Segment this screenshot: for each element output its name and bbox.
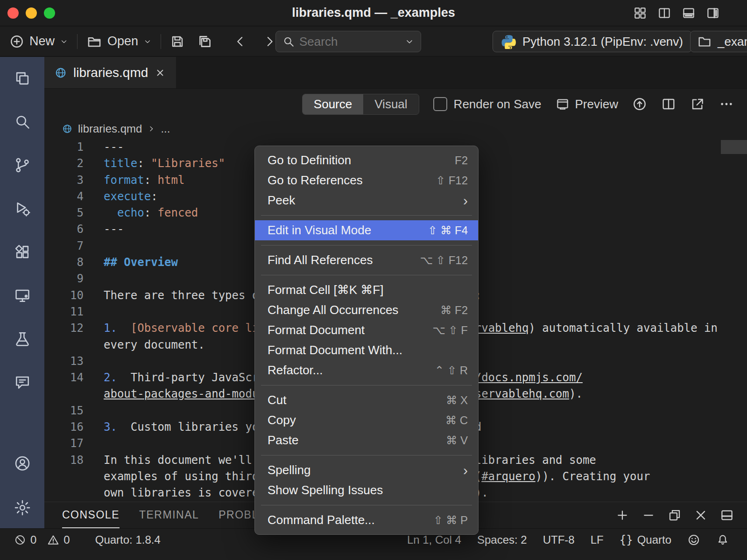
preview-button[interactable]: Preview [556, 97, 618, 112]
encoding-status[interactable]: UTF-8 [543, 533, 575, 546]
context-menu-item[interactable]: Spelling› [255, 460, 478, 480]
more-actions-icon[interactable] [719, 97, 734, 112]
context-menu-item[interactable]: Copy⌘ C [255, 410, 478, 430]
breadcrumb-more[interactable]: ... [161, 122, 170, 135]
context-menu-item[interactable]: Format Document With... [255, 340, 478, 360]
cursor-position-status[interactable]: Ln 1, Col 4 [407, 533, 461, 546]
code-text [84, 403, 104, 419]
panel-layout-icon[interactable] [720, 508, 734, 522]
eol-status[interactable]: LF [591, 533, 604, 546]
code-text [84, 435, 104, 452]
link-url: #arquero [481, 470, 536, 483]
line-number: 7 [44, 238, 84, 254]
context-menu-item[interactable]: Command Palette...⇧ ⌘ P [255, 510, 478, 530]
zoom-window-button[interactable] [44, 7, 55, 19]
qmd-globe-icon [55, 67, 67, 79]
search-icon[interactable] [13, 112, 32, 131]
menu-item-label: Change All Occurrences [268, 303, 440, 317]
publish-icon[interactable] [632, 97, 647, 112]
code-token: ). [569, 387, 583, 400]
restore-panel-icon[interactable] [668, 508, 682, 522]
minimize-icon[interactable] [641, 508, 655, 522]
split-editor-icon[interactable] [661, 97, 676, 112]
panel-tab-console[interactable]: CONSOLE [62, 502, 120, 528]
menu-item-label: Cut [268, 393, 446, 407]
code-token: 1. [104, 322, 117, 335]
panel-right-icon[interactable] [706, 6, 720, 20]
menu-item-label: Find All References [268, 253, 420, 267]
split-columns-icon[interactable] [657, 6, 671, 20]
new-button[interactable]: New [9, 34, 68, 49]
context-menu-item[interactable]: Format Cell [⌘K ⌘F] [255, 280, 478, 300]
forward-icon[interactable] [262, 35, 276, 49]
plus-icon[interactable] [615, 508, 629, 522]
breadcrumb-chevron-icon [148, 125, 155, 133]
devices-icon[interactable] [13, 286, 32, 305]
tab-close-icon[interactable] [155, 67, 166, 78]
context-menu-item[interactable]: Go to References⇧ F12 [255, 170, 478, 190]
menu-item-shortcut: ⌘ X [446, 394, 468, 407]
status-bar-right: Ln 1, Col 4 Spaces: 2 UTF-8 LF {} Quarto [407, 533, 729, 546]
context-menu-item[interactable]: Format Document⌥ ⇧ F [255, 320, 478, 340]
chevron-down-icon [143, 37, 152, 46]
save-icon[interactable] [170, 34, 185, 49]
submenu-chevron-icon: › [463, 194, 468, 208]
back-icon[interactable] [233, 35, 247, 49]
context-menu-item[interactable]: Find All References⌥ ⇧ F12 [255, 250, 478, 270]
run-debug-icon[interactable] [13, 199, 32, 218]
context-menu-item[interactable]: Cut⌘ X [255, 390, 478, 410]
quarto-version-status[interactable]: Quarto: 1.8.4 [95, 533, 161, 546]
search-box[interactable] [275, 31, 421, 52]
line-number: 13 [44, 353, 84, 370]
context-menu-item[interactable]: Paste⌘ V [255, 430, 478, 450]
open-in-new-window-icon[interactable] [690, 97, 705, 112]
chevron-down-icon[interactable] [405, 37, 414, 46]
panel-tab-terminal[interactable]: TERMINAL [139, 502, 199, 528]
feedback-smiley-icon[interactable] [687, 533, 700, 546]
account-icon[interactable] [13, 454, 32, 473]
code-text: ## Overview [84, 254, 178, 271]
save-all-icon[interactable] [197, 34, 213, 49]
editor-tab[interactable]: libraries.qmd [44, 57, 176, 88]
submenu-chevron-icon: › [463, 463, 468, 477]
warning-count: 0 [63, 533, 70, 546]
comments-icon[interactable] [13, 373, 32, 392]
explorer-icon[interactable] [13, 69, 32, 88]
interpreter-selector[interactable]: Python 3.12.1 (PipEnv: .venv) [493, 31, 692, 52]
settings-gear-icon[interactable] [13, 498, 32, 517]
menu-item-label: Format Document [268, 323, 432, 337]
line-number [44, 469, 84, 485]
language-mode-status[interactable]: {} Quarto [620, 533, 671, 546]
source-mode-button[interactable]: Source [303, 94, 363, 114]
project-selector[interactable]: _examples [690, 31, 747, 52]
context-menu-item[interactable]: Show Spelling Issues [255, 480, 478, 500]
panel-bottom-icon[interactable] [682, 6, 696, 20]
breadcrumb-file[interactable]: libraries.qmd [78, 122, 142, 135]
context-menu-item[interactable]: Go to DefinitionF2 [255, 150, 478, 170]
minimize-window-button[interactable] [26, 7, 37, 19]
menu-separator [261, 215, 472, 216]
close-window-button[interactable] [7, 7, 19, 19]
context-menu-item[interactable]: Change All Occurrences⌘ F2 [255, 300, 478, 320]
context-menu-item[interactable]: Refactor...⌃ ⇧ R [255, 360, 478, 380]
open-button[interactable]: Open [86, 34, 152, 49]
search-input[interactable] [299, 35, 405, 49]
source-control-icon[interactable] [13, 156, 32, 175]
render-on-save-checkbox[interactable] [433, 97, 447, 111]
extensions-icon[interactable] [13, 243, 32, 261]
layout-grid-icon[interactable] [633, 6, 647, 20]
scrollbar-thumb[interactable] [721, 140, 747, 154]
context-menu-item[interactable]: Edit in Visual Mode⇧ ⌘ F4 [255, 220, 478, 240]
problems-status[interactable]: 0 0 [14, 533, 70, 546]
activity-bar-bottom [13, 454, 32, 517]
indentation-status[interactable]: Spaces: 2 [477, 533, 527, 546]
close-panel-icon[interactable] [694, 508, 708, 522]
line-number: 1 [44, 139, 84, 155]
visual-mode-button[interactable]: Visual [363, 94, 418, 114]
testing-beaker-icon[interactable] [13, 329, 32, 348]
notifications-bell-icon[interactable] [716, 533, 729, 546]
code-token [104, 206, 117, 219]
context-menu-item[interactable]: Peek› [255, 190, 478, 210]
editor-tab-strip: libraries.qmd [44, 57, 747, 89]
code-text [84, 304, 104, 320]
